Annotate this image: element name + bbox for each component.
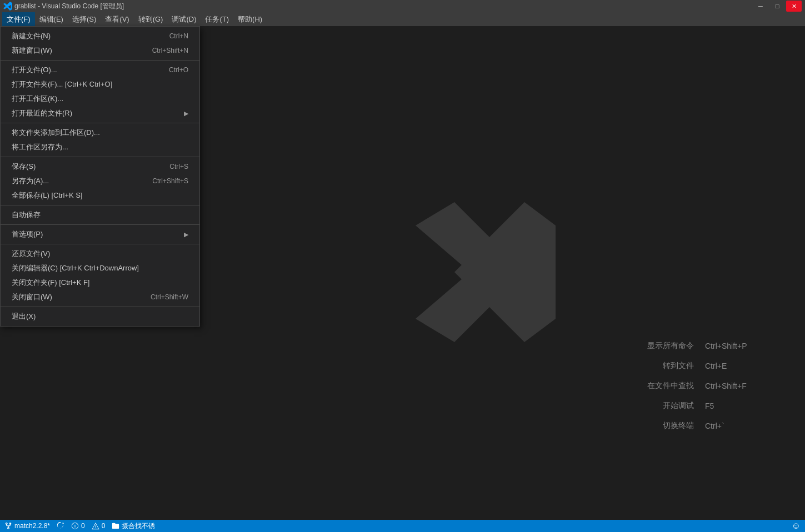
menu-new-file[interactable]: 新建文件(N) Ctrl+N bbox=[1, 29, 199, 43]
menu-bar: 文件(F) 编辑(E) 选择(S) 查看(V) 转到(G) 调试(D) 任务(T… bbox=[0, 12, 805, 26]
menu-file[interactable]: 文件(F) bbox=[2, 12, 35, 26]
shortcuts-area: 显示所有命令 Ctrl+Shift+P 转到文件 Ctrl+E 在文件中查找 C… bbox=[647, 341, 761, 431]
menu-open-workspace[interactable]: 打开工作区(K)... bbox=[1, 92, 199, 106]
menu-save-all[interactable]: 全部保存(L) [Ctrl+K S] bbox=[1, 188, 199, 203]
menu-close-editor[interactable]: 关闭编辑器(C) [Ctrl+K Ctrl+DownArrow] bbox=[1, 261, 199, 275]
menu-close-window[interactable]: 关闭窗口(W) Ctrl+Shift+W bbox=[1, 290, 199, 304]
folder-name: 摄合找不锈 bbox=[122, 521, 155, 531]
menu-close-folder[interactable]: 关闭文件夹(F) [Ctrl+K F] bbox=[1, 275, 199, 290]
status-folder[interactable]: 摄合找不锈 bbox=[112, 521, 155, 531]
error-icon bbox=[71, 522, 79, 530]
menu-open-file[interactable]: 打开文件(O)... Ctrl+O bbox=[1, 63, 199, 77]
separator-3 bbox=[1, 157, 199, 157]
menu-save[interactable]: 保存(S) Ctrl+S bbox=[1, 159, 199, 174]
title-bar-left: grablist - Visual Studio Code [管理员] bbox=[3, 2, 124, 11]
shortcut-hint-find-in-files: 在文件中查找 Ctrl+Shift+F bbox=[647, 381, 761, 391]
menu-open-recent[interactable]: 打开最近的文件(R) ▶ bbox=[1, 106, 199, 121]
menu-debug[interactable]: 调试(D) bbox=[167, 12, 201, 26]
separator-1 bbox=[1, 60, 199, 61]
menu-edit[interactable]: 编辑(E) bbox=[35, 12, 68, 26]
separator-6 bbox=[1, 244, 199, 244]
title-bar-text: grablist - Visual Studio Code [管理员] bbox=[14, 2, 124, 11]
title-bar-controls: ─ □ ✕ bbox=[753, 1, 802, 12]
status-right: ☺ bbox=[792, 521, 801, 531]
branch-name: match2.2.8* bbox=[14, 522, 50, 530]
close-button[interactable]: ✕ bbox=[786, 1, 802, 12]
maximize-button[interactable]: □ bbox=[769, 1, 785, 12]
status-warnings[interactable]: 0 bbox=[92, 522, 106, 530]
warning-icon bbox=[92, 522, 99, 530]
minimize-button[interactable]: ─ bbox=[753, 1, 768, 12]
status-bar: match2.2.8* 0 0 摄合找不锈 ☺ bbox=[0, 520, 805, 532]
separator-5 bbox=[1, 224, 199, 225]
menu-save-as[interactable]: 另存为(A)... Ctrl+Shift+S bbox=[1, 174, 199, 188]
vscode-logo bbox=[408, 194, 563, 352]
feedback-button[interactable]: ☺ bbox=[792, 521, 801, 531]
error-count: 0 bbox=[81, 522, 85, 530]
folder-icon bbox=[112, 522, 119, 530]
menu-help[interactable]: 帮助(H) bbox=[233, 12, 267, 26]
menu-auto-save[interactable]: 自动保存 bbox=[1, 208, 199, 222]
menu-save-workspace-as[interactable]: 将工作区另存为... bbox=[1, 140, 199, 154]
separator-7 bbox=[1, 307, 199, 307]
menu-goto[interactable]: 转到(G) bbox=[134, 12, 168, 26]
sync-icon bbox=[57, 522, 64, 530]
shortcut-hint-terminal: 切换终端 Ctrl+` bbox=[647, 421, 761, 431]
menu-tasks[interactable]: 任务(T) bbox=[201, 12, 233, 26]
vscode-icon bbox=[3, 2, 12, 11]
shortcut-hint-goto-file: 转到文件 Ctrl+E bbox=[647, 361, 761, 371]
menu-revert[interactable]: 还原文件(V) bbox=[1, 247, 199, 261]
menu-exit[interactable]: 退出(X) bbox=[1, 309, 199, 324]
status-sync[interactable] bbox=[57, 522, 64, 530]
menu-new-window[interactable]: 新建窗口(W) Ctrl+Shift+N bbox=[1, 43, 199, 58]
separator-2 bbox=[1, 123, 199, 123]
menu-select[interactable]: 选择(S) bbox=[68, 12, 101, 26]
menu-view[interactable]: 查看(V) bbox=[101, 12, 133, 26]
shortcut-hint-debug: 开始调试 F5 bbox=[647, 401, 761, 411]
status-branch[interactable]: match2.2.8* bbox=[4, 522, 50, 530]
file-dropdown-menu: 新建文件(N) Ctrl+N 新建窗口(W) Ctrl+Shift+N 打开文件… bbox=[0, 26, 200, 327]
git-branch-icon bbox=[4, 522, 12, 530]
separator-4 bbox=[1, 205, 199, 205]
menu-add-folder[interactable]: 将文件夹添加到工作区(D)... bbox=[1, 126, 199, 140]
status-errors[interactable]: 0 bbox=[71, 522, 85, 530]
shortcut-hint-commands: 显示所有命令 Ctrl+Shift+P bbox=[647, 341, 761, 351]
menu-open-folder[interactable]: 打开文件夹(F)... [Ctrl+K Ctrl+O] bbox=[1, 77, 199, 92]
menu-preferences[interactable]: 首选项(P) ▶ bbox=[1, 227, 199, 242]
warning-count: 0 bbox=[102, 522, 106, 530]
title-bar: grablist - Visual Studio Code [管理员] ─ □ … bbox=[0, 0, 805, 12]
